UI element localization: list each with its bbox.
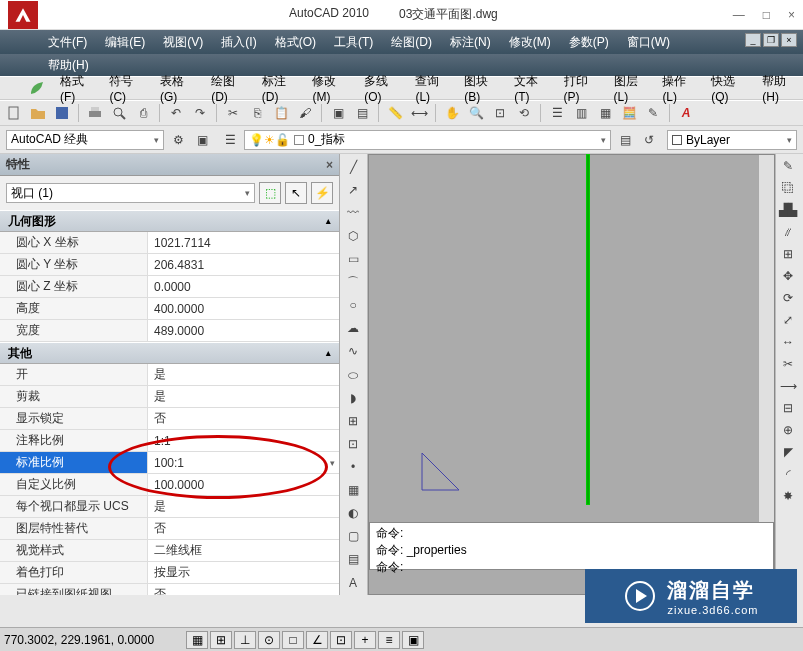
rotate-icon[interactable]: ⟳ [778, 288, 798, 308]
minimize-button[interactable]: — [733, 8, 745, 22]
cat-geometry[interactable]: 几何图形▴ [0, 210, 339, 232]
open-icon[interactable] [28, 103, 48, 123]
layer-iso-icon[interactable]: ▤ [615, 130, 635, 150]
menu-window[interactable]: 窗口(W) [627, 34, 670, 51]
prop-value[interactable]: 否 [148, 408, 339, 429]
measure-icon[interactable]: 📏 [385, 103, 405, 123]
preview-icon[interactable] [109, 103, 129, 123]
ellipse-icon[interactable]: ⬭ [342, 364, 364, 385]
prop-row[interactable]: 圆心 Y 坐标206.4831 [0, 254, 339, 276]
menu-insert[interactable]: 插入(I) [221, 34, 256, 51]
prop-value[interactable]: 是 [148, 364, 339, 385]
paste-icon[interactable]: 📋 [271, 103, 291, 123]
redo-icon[interactable]: ↷ [190, 103, 210, 123]
undo-icon[interactable]: ↶ [166, 103, 186, 123]
pan-icon[interactable]: ✋ [442, 103, 462, 123]
zoom-previous-icon[interactable]: ⟲ [514, 103, 534, 123]
menu2-draw[interactable]: 绘图(D) [211, 73, 248, 104]
prop-row[interactable]: 注释比例1:1 [0, 430, 339, 452]
workspace-save-icon[interactable]: ▣ [192, 130, 212, 150]
matchprop-icon[interactable]: 🖌 [295, 103, 315, 123]
save-icon[interactable] [52, 103, 72, 123]
arc-icon[interactable]: ⌒ [342, 272, 364, 293]
prop-row[interactable]: 宽度489.0000 [0, 320, 339, 342]
gradient-icon[interactable]: ◐ [342, 503, 364, 524]
leaf-icon[interactable] [28, 78, 46, 98]
offset-icon[interactable]: ⫽ [778, 222, 798, 242]
prop-value[interactable]: 400.0000 [148, 298, 339, 319]
markup-icon[interactable]: ✎ [643, 103, 663, 123]
mtext-icon[interactable]: A [342, 572, 364, 593]
layer-combo[interactable]: 💡 ☀ 🔓 0_指标 ▾ [244, 130, 611, 150]
properties-close-icon[interactable]: × [326, 158, 333, 172]
maximize-button[interactable]: □ [763, 8, 770, 22]
menu-view[interactable]: 视图(V) [163, 34, 203, 51]
menu2-print[interactable]: 打印(P) [564, 73, 600, 104]
prop-value[interactable]: 否 [148, 518, 339, 539]
prop-value[interactable]: 1021.7114 [148, 232, 339, 253]
prop-value[interactable]: 100:1▾ [148, 452, 339, 473]
prop-row[interactable]: 已链接到图纸视图否 [0, 584, 339, 595]
gear-icon[interactable]: ⚙ [168, 130, 188, 150]
layer-manager-icon[interactable]: ☰ [220, 130, 240, 150]
table-icon[interactable]: ▤ [342, 549, 364, 570]
menu2-symbol[interactable]: 符号(C) [109, 73, 146, 104]
revcloud-icon[interactable]: ☁ [342, 318, 364, 339]
scale-icon[interactable]: ⤢ [778, 310, 798, 330]
erase-icon[interactable]: ✎ [778, 156, 798, 176]
cut-icon[interactable]: ✂ [223, 103, 243, 123]
prop-row[interactable]: 每个视口都显示 UCS是 [0, 496, 339, 518]
snap-button[interactable]: ▦ [186, 631, 208, 649]
prop-row[interactable]: 开是 [0, 364, 339, 386]
prop-row[interactable]: 着色打印按显示 [0, 562, 339, 584]
menu2-mline[interactable]: 多线(O) [364, 73, 401, 104]
prop-value[interactable]: 100.0000 [148, 474, 339, 495]
osnap-button[interactable]: □ [282, 631, 304, 649]
qp-button[interactable]: ▣ [402, 631, 424, 649]
prop-row[interactable]: 高度400.0000 [0, 298, 339, 320]
menu-format[interactable]: 格式(O) [275, 34, 316, 51]
prop-value[interactable]: 206.4831 [148, 254, 339, 275]
new-icon[interactable] [4, 103, 24, 123]
publish-icon[interactable]: ⎙ [133, 103, 153, 123]
prop-value[interactable]: 否 [148, 584, 339, 595]
menu2-query[interactable]: 查询(L) [415, 73, 450, 104]
xline-icon[interactable]: ↗ [342, 179, 364, 200]
block-editor-icon[interactable]: ▣ [328, 103, 348, 123]
break-icon[interactable]: ⊟ [778, 398, 798, 418]
join-icon[interactable]: ⊕ [778, 420, 798, 440]
zoom-window-icon[interactable]: ⊡ [490, 103, 510, 123]
menu2-modify[interactable]: 修改(M) [312, 73, 350, 104]
menu2-table[interactable]: 表格(G) [160, 73, 197, 104]
menu2-help[interactable]: 帮助(H) [762, 73, 799, 104]
fillet-icon[interactable]: ◜ [778, 464, 798, 484]
menu2-dim[interactable]: 标注(D) [262, 73, 299, 104]
zoom-realtime-icon[interactable]: 🔍 [466, 103, 486, 123]
mirror-icon[interactable]: ▟▙ [778, 200, 798, 220]
grid-button[interactable]: ⊞ [210, 631, 232, 649]
textstyle-icon[interactable]: A [676, 103, 696, 123]
menu2-quicksel[interactable]: 快选(Q) [711, 73, 748, 104]
menu-dimension[interactable]: 标注(N) [450, 34, 491, 51]
prop-value[interactable]: 是 [148, 496, 339, 517]
tool-palette-icon[interactable]: ▦ [595, 103, 615, 123]
polar-button[interactable]: ⊙ [258, 631, 280, 649]
insert-block-icon[interactable]: ⊞ [342, 410, 364, 431]
array-icon[interactable]: ⊞ [778, 244, 798, 264]
polyline-icon[interactable]: 〰 [342, 202, 364, 223]
line-icon[interactable]: ╱ [342, 156, 364, 177]
menu-tools[interactable]: 工具(T) [334, 34, 373, 51]
menu2-text[interactable]: 文本(T) [514, 73, 549, 104]
select-objects-button[interactable]: ↖ [285, 182, 307, 204]
copy2-icon[interactable]: ⿻ [778, 178, 798, 198]
menu-modify[interactable]: 修改(M) [509, 34, 551, 51]
mdi-close[interactable]: × [781, 33, 797, 47]
move-icon[interactable]: ✥ [778, 266, 798, 286]
close-button[interactable]: × [788, 8, 795, 22]
sheets-icon[interactable]: ▥ [571, 103, 591, 123]
menu-draw[interactable]: 绘图(D) [391, 34, 432, 51]
cat-other[interactable]: 其他▴ [0, 342, 339, 364]
prop-value[interactable]: 二维线框 [148, 540, 339, 561]
otrack-button[interactable]: ∠ [306, 631, 328, 649]
menu2-format[interactable]: 格式(F) [60, 73, 95, 104]
